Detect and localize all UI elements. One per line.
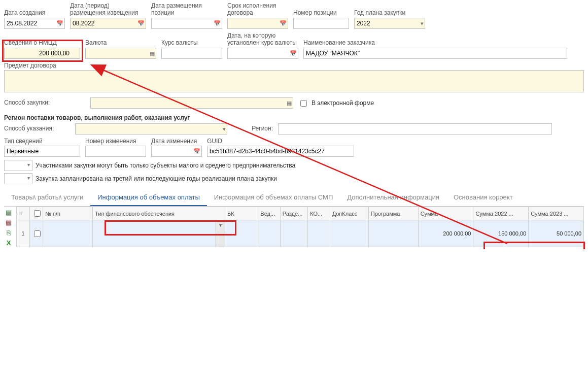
prog-cell[interactable] (368, 220, 418, 247)
col-sum[interactable]: Сумма (418, 207, 473, 220)
change-num-label: Номер изменения (85, 138, 146, 145)
col-check[interactable] (30, 207, 43, 220)
subject-label: Предмет договора (4, 62, 584, 69)
excel-icon[interactable]: X (4, 239, 13, 247)
fin-type-cell[interactable]: ▾ (93, 220, 225, 247)
col-bk[interactable]: БК (225, 207, 258, 220)
ko-cell[interactable] (308, 220, 330, 247)
created-date-input[interactable] (4, 18, 65, 29)
sum2022-cell[interactable]: 150 000,00 (473, 220, 529, 247)
tab-corrections[interactable]: Основания коррект (446, 189, 520, 206)
copy-icon[interactable]: ⎘ (4, 229, 13, 237)
chevron-down-icon[interactable]: ▾ (216, 220, 225, 247)
change-num-input[interactable] (85, 146, 146, 157)
row-check-cell[interactable] (30, 220, 43, 247)
col-ko[interactable]: КО... (308, 207, 330, 220)
col-razd[interactable]: Разде... (280, 207, 307, 220)
customer-label: Наименование заказчика (303, 39, 584, 46)
info-type-input[interactable] (4, 146, 80, 157)
guid-input[interactable] (207, 146, 354, 157)
razd-cell[interactable] (280, 220, 307, 247)
nmcd-label: Сведения о НМЦД (4, 39, 80, 46)
rate-input[interactable] (161, 48, 222, 59)
add-row-icon[interactable]: ▤ (4, 209, 13, 217)
region-label: Регион: (232, 125, 273, 132)
rate-date-input[interactable] (227, 48, 298, 59)
pos-num-input[interactable] (293, 18, 349, 29)
customer-input[interactable] (303, 48, 567, 59)
sum-cell[interactable]: 200 000,00 (418, 220, 473, 247)
list-icon[interactable]: ▦ (287, 100, 292, 107)
change-date-label: Дата изменения (151, 138, 202, 145)
delete-row-icon[interactable]: ▤ (4, 219, 13, 227)
tab-additional[interactable]: Дополнительная информация (340, 189, 446, 206)
third-year-label: Закупка запланирована на третий или посл… (36, 175, 277, 182)
electronic-checkbox[interactable] (300, 100, 307, 107)
spec-method-label: Способ указания: (4, 125, 70, 132)
col-fin-type[interactable]: Тип финансового обеспечения (93, 207, 225, 220)
sum2023-cell[interactable]: 50 000,00 (529, 220, 584, 247)
calendar-icon[interactable]: 📅 (280, 20, 287, 26)
electronic-label: В электронной форме (312, 99, 374, 107)
region-section-title: Регион поставки товаров, выполнения рабо… (4, 114, 584, 121)
tab-goods[interactable]: Товары\ работы\ услуги (4, 189, 90, 206)
purchase-method-label: Способ закупки: (4, 99, 85, 106)
guid-label: GUID (207, 138, 354, 145)
row-npp-cell[interactable] (43, 220, 93, 247)
calendar-icon[interactable]: 📅 (56, 20, 63, 26)
ved-cell[interactable] (258, 220, 281, 247)
table-row[interactable]: 1 ▾ ... 200 000,00 150 000,00 50 000,00 (16, 220, 583, 247)
dopklass-cell[interactable] (330, 220, 368, 247)
bk-cell[interactable]: ... (225, 220, 258, 247)
chevron-down-icon[interactable]: ▾ (421, 20, 424, 26)
calendar-icon[interactable]: 📅 (137, 20, 145, 26)
tab-payment-smp[interactable]: Информация об объемах оплаты СМП (207, 189, 340, 206)
col-num[interactable]: № п/п (43, 207, 93, 220)
currency-label: Валюта (85, 39, 156, 46)
col-ved[interactable]: Вед... (258, 207, 281, 220)
calendar-icon[interactable]: 📅 (290, 50, 297, 56)
nmcd-input[interactable] (4, 48, 80, 59)
plan-year-label: Год плана закупки (354, 9, 425, 16)
pos-num-label: Номер позиции (293, 9, 349, 16)
region-input[interactable] (278, 123, 552, 135)
col-prog[interactable]: Программа (368, 207, 418, 220)
rate-date-label: Дата, на которую установлен курс валюты (227, 32, 298, 47)
calendar-icon[interactable]: 📅 (193, 148, 200, 155)
rate-label: Курс валюты (161, 39, 222, 46)
notice-period-label: Дата (период) размещения извещения (70, 2, 146, 17)
col-sum2022[interactable]: Сумма 2022 ... (473, 207, 529, 220)
tab-payment-volumes[interactable]: Информация об объемах оплаты (90, 189, 206, 206)
list-icon[interactable]: ▦ (150, 50, 155, 56)
spec-method-input[interactable] (75, 123, 227, 135)
deadline-input[interactable] (227, 18, 288, 29)
chevron-down-icon[interactable]: ▾ (223, 125, 226, 132)
row-checkbox[interactable] (34, 230, 41, 237)
col-menu[interactable]: ≡ (16, 207, 29, 220)
subject-textarea[interactable] (4, 70, 584, 92)
calendar-icon[interactable]: 📅 (214, 20, 221, 26)
currency-input[interactable] (85, 48, 156, 59)
deadline-label: Срок исполнения договора (227, 2, 288, 17)
info-type-label: Тип сведений (4, 138, 80, 145)
smb-label: Участниками закупки могут быть только су… (36, 162, 295, 169)
notice-period-input[interactable] (70, 18, 146, 29)
plan-year-input[interactable] (354, 18, 425, 29)
smb-dropdown[interactable] (4, 160, 32, 171)
purchase-method-input[interactable] (90, 97, 293, 109)
pos-date-label: Дата размещения позиции (151, 2, 222, 17)
col-dopklass[interactable]: ДопКласс (330, 207, 368, 220)
third-year-dropdown[interactable] (4, 173, 32, 184)
payment-grid: ≡ № п/п Тип финансового обеспечения БК В… (16, 207, 584, 247)
pos-date-input[interactable] (151, 18, 222, 29)
created-date-label: Дата создания (4, 9, 65, 16)
row-num-cell: 1 (16, 220, 29, 247)
col-sum2023[interactable]: Сумма 2023 ... (529, 207, 584, 220)
select-all-checkbox[interactable] (34, 210, 41, 217)
